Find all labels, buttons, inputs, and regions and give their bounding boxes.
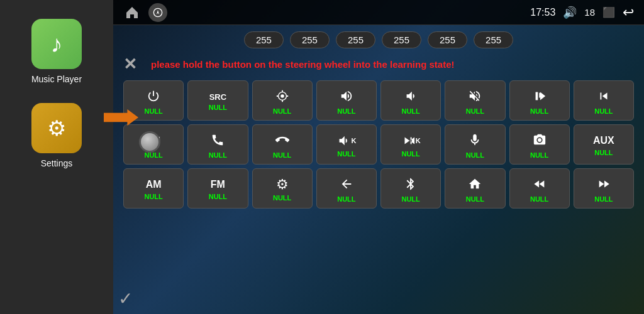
power-label: NULL xyxy=(144,107,162,115)
src-button[interactable]: SRC NULL xyxy=(187,80,248,121)
play-pause-label: NULL xyxy=(530,107,548,115)
button-row-3: AM NULL FM NULL ⚙ NULL NULL xyxy=(123,168,634,208)
arrow-indicator xyxy=(104,109,138,126)
pill-4: 255 xyxy=(382,31,421,48)
topbar: 17:53 🔊 18 ⬛ ↩ xyxy=(113,0,644,25)
vol-k-icon: K xyxy=(336,134,356,148)
phone-end-icon xyxy=(275,133,289,149)
pills-row: 255 255 255 255 255 255 xyxy=(123,31,634,48)
pill-3: 255 xyxy=(336,31,375,48)
volume-icon: 🔊 xyxy=(563,6,577,19)
power-icon xyxy=(147,89,160,105)
check-icon[interactable]: ✓ xyxy=(118,289,133,308)
vol-k-label: NULL xyxy=(337,150,355,158)
vol-k-button[interactable]: K NULL xyxy=(316,124,377,165)
screen-icon: ⬛ xyxy=(602,6,615,18)
pill-5: 255 xyxy=(428,31,467,48)
vol-mute-button[interactable]: NULL xyxy=(445,80,505,121)
fm-button[interactable]: FM NULL xyxy=(187,168,248,208)
vol-up-icon xyxy=(340,89,353,105)
home-icon[interactable] xyxy=(123,4,141,21)
rewind-button[interactable]: NULL xyxy=(509,168,570,208)
fm-text: FM xyxy=(211,179,225,190)
prev-track-icon xyxy=(597,89,611,105)
button-row-2: NULL NULL NULL K xyxy=(123,124,634,165)
signal-strength: 18 xyxy=(584,7,595,18)
main-panel: 17:53 🔊 18 ⬛ ↩ 255 255 255 255 255 255 ✕… xyxy=(113,0,644,314)
sidebar: ♪ Music Player ⚙ Settings xyxy=(0,0,113,314)
message-row: ✕ please hold the button on the steering… xyxy=(123,55,634,74)
settings-gear-label: NULL xyxy=(273,194,291,202)
src-icon: SRC xyxy=(209,93,226,101)
am-label: NULL xyxy=(144,193,162,200)
vol-down-button[interactable]: NULL xyxy=(380,80,441,121)
prev-k-button[interactable]: K NULL xyxy=(380,124,441,165)
gps-button[interactable]: NULL xyxy=(252,80,313,121)
vol-mute-label: NULL xyxy=(466,107,484,115)
play-pause-icon xyxy=(533,89,547,105)
topbar-left xyxy=(123,3,167,22)
navigation-icon[interactable] xyxy=(148,3,167,22)
prev-k-icon: K xyxy=(401,134,421,148)
vol-down-icon xyxy=(404,89,418,105)
bluetooth-button[interactable]: NULL xyxy=(380,168,441,208)
pill-1: 255 xyxy=(244,31,284,48)
cancel-button[interactable]: ✕ xyxy=(123,55,142,74)
svg-rect-4 xyxy=(535,92,538,100)
back-button[interactable]: ↩ xyxy=(623,4,634,21)
fast-forward-label: NULL xyxy=(594,195,613,203)
music-player-app[interactable]: ♪ Music Player xyxy=(9,13,104,90)
fast-forward-button[interactable]: NULL xyxy=(574,168,634,208)
aux-button[interactable]: AUX NULL xyxy=(574,124,634,165)
back-arrow-button[interactable]: NULL xyxy=(316,168,377,208)
back-arrow-label: NULL xyxy=(337,195,355,203)
fm-label: NULL xyxy=(209,193,227,200)
aux-text: AUX xyxy=(593,135,614,146)
play-pause-button[interactable]: NULL xyxy=(509,80,570,121)
settings-label: Settings xyxy=(41,158,73,168)
microphone-icon xyxy=(468,133,482,149)
prev-k-label: NULL xyxy=(401,150,419,158)
vol-mute-icon xyxy=(468,89,482,105)
topbar-right: 17:53 🔊 18 ⬛ ↩ xyxy=(530,4,634,21)
gps-label: NULL xyxy=(273,107,291,115)
microphone-button[interactable]: NULL xyxy=(445,124,505,165)
phone-call-button[interactable]: NULL xyxy=(187,124,248,165)
camera-icon xyxy=(533,133,547,149)
rewind-icon xyxy=(533,177,547,193)
am-button[interactable]: AM NULL xyxy=(123,168,184,208)
instruction-text: please hold the button on the steering w… xyxy=(151,59,455,70)
svg-marker-1 xyxy=(157,10,159,14)
gps-icon xyxy=(275,89,289,105)
src-label: NULL xyxy=(209,104,227,111)
home-main-label: NULL xyxy=(466,195,484,203)
home-main-button[interactable]: NULL xyxy=(445,168,505,208)
settings-gear-button[interactable]: ⚙ NULL xyxy=(252,168,313,208)
content-area: 255 255 255 255 255 255 ✕ please hold th… xyxy=(113,25,644,314)
phone-end-label: NULL xyxy=(273,151,291,159)
confirm-button[interactable]: ✓ xyxy=(118,288,133,309)
settings-gear-icon: ⚙ xyxy=(276,178,289,192)
music-player-label: Music Player xyxy=(31,74,82,84)
clock: 17:53 xyxy=(530,7,555,18)
camera-button[interactable]: NULL xyxy=(509,124,570,165)
back-arrow-icon xyxy=(340,177,353,193)
prev-track-button[interactable]: NULL xyxy=(574,80,634,121)
pill-6: 255 xyxy=(474,31,513,48)
bluetooth-label: NULL xyxy=(401,195,419,203)
camera-label: NULL xyxy=(530,151,548,159)
rewind-label: NULL xyxy=(530,195,548,203)
vol-up-label: NULL xyxy=(337,107,355,115)
phone-call-icon xyxy=(211,133,225,149)
vol-down-label: NULL xyxy=(401,107,419,115)
fast-forward-icon xyxy=(597,177,611,193)
am-text: AM xyxy=(146,179,162,190)
bluetooth-icon xyxy=(404,177,418,193)
knob-control[interactable] xyxy=(139,131,160,153)
settings-app[interactable]: ⚙ Settings xyxy=(9,97,104,175)
music-player-icon: ♪ xyxy=(31,19,82,69)
svg-point-2 xyxy=(280,94,284,98)
phone-end-button[interactable]: NULL xyxy=(252,124,313,165)
vol-up-button[interactable]: NULL xyxy=(316,80,377,121)
pill-2: 255 xyxy=(290,31,330,48)
